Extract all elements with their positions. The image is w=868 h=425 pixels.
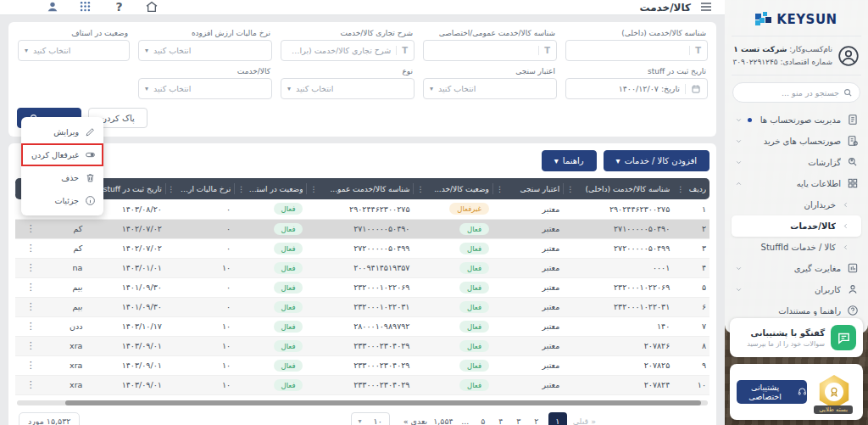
table-row[interactable]: ۱۲۹۰۲۴۴۶۲۳۰۰۲۷۵معتبرغیرفعال۲۹۰۲۴۴۶۲۳۰۰۲۷… [15,199,709,219]
chevron-down-icon: ▾ [430,85,433,92]
pagination-prev[interactable]: « قبلی [573,417,596,425]
sidebar: KEYSUN نام‌کسب‌وکار: شرکت تست ۱ شماره اق… [725,0,868,425]
column-menu-icon[interactable]: ⋮ [309,185,317,193]
scrollbar-thumb[interactable] [65,400,701,405]
filter-select-f-row2-2[interactable]: انتخاب کنید▾ [281,78,415,99]
filter-text-f-row1-2[interactable]: Tشرح تجاری کالا/خدمت (برای نمایش در صورت… [281,40,415,61]
table-row[interactable]: ۸۲۰۷۸۲۶معتبرفعال۲۳۳۰۰۰۲۳۰۴۰۲۹فعال۱۰۱۴۰۳/… [15,336,709,355]
sidebar-item-0[interactable]: مدیریت صورتحساب ها [732,109,861,131]
filter-select-f-row2-1[interactable]: انتخاب کنید▾ [423,78,557,99]
row-actions-icon[interactable]: ⋮ [15,238,47,258]
reports-icon [846,156,859,169]
column-header-4: شناسه کالا/خدمت عمو...⋮ [306,178,413,199]
business-name: نام‌کسب‌وکار: شرکت تست ۱ [732,43,832,56]
column-menu-icon[interactable]: ⋮ [496,185,504,193]
pagination-page-۳[interactable]: ۳ [513,417,525,425]
page-title: کالا/خدمت [639,2,691,14]
context-menu-edit[interactable]: ویرایش [21,120,103,143]
app-root: KEYSUN نام‌کسب‌وکار: شرکت تست ۱ شماره اق… [0,0,868,425]
support-title: گفتگو با پشتیبانی [747,328,825,338]
table-row[interactable]: ۱۰۲۰۷۸۲۴معتبرفعال۲۳۳۰۰۰۲۳۰۴۰۲۹فعال۱۰۱۴۰۳… [15,375,709,394]
pagination-page-۲[interactable]: ۲ [531,417,542,425]
support-chat-card[interactable]: گفتگو با پشتیبانی سوالات خود را از ما بپ… [730,318,863,357]
row-actions-icon[interactable]: ⋮ [15,355,47,375]
table-row[interactable]: ۶۲۳۲۰۰۰۱۰۲۲۰۳۱معتبرفعال۲۳۲۰۰۰۱۰۲۲۰۳۱فعال… [15,297,709,316]
table-row[interactable]: ۷۱۴۰معتبرفعال۲۸۰۰۰۱۰۹۸۹۷۹۲فعال۱۰۱۴۰۳/۱۰/… [15,316,709,336]
invoice-icon [846,114,859,126]
sidebar-item-8[interactable]: کاربران [732,279,861,300]
row-actions-icon[interactable]: ⋮ [15,277,47,297]
filter-date-f-row2-0[interactable]: تاریخ: ۱۴۰۰/۱۲/۰۷ [565,78,708,99]
user-icon[interactable] [46,0,60,14]
sidebar-item-6[interactable]: کالا / خدمات StuffId [732,237,861,258]
staff-status-badge: فعال [274,282,303,294]
gold-package-icon [817,375,851,409]
table-row[interactable]: ۲۲۷۱۰۰۰۰۰۵۰۴۹۰معتبرفعال۲۷۱۰۰۰۰۰۵۰۴۹۰فعال… [15,219,709,238]
chevron-down-icon: ▾ [287,85,291,92]
table-row[interactable]: ۵۲۳۲۰۰۰۱۰۲۲۰۶۹معتبرفعال۲۳۲۰۰۰۱۰۲۲۰۶۹فعال… [15,277,709,297]
add-goods-button[interactable]: افزودن کالا / خدمات▾ [604,150,709,171]
notification-dot [748,118,752,122]
dedicated-support-button[interactable]: پشتیبانی اختصاصی [737,380,807,404]
sidebar-item-4[interactable]: خریداران [732,194,861,215]
help-dropdown-button[interactable]: راهنما▾ [542,150,597,171]
sidebar-menu: مدیریت صورتحساب هاصورتحساب های خریدگزارش… [732,108,861,327]
pagination-page-...[interactable]: ... [459,417,471,425]
help-icon[interactable]: ? [112,0,126,14]
column-menu-icon[interactable]: ⋮ [237,185,245,193]
text-type-icon: T [689,46,701,55]
row-actions-icon[interactable]: ⋮ [15,375,47,394]
sidebar-item-7[interactable]: مغایرت گیری [732,258,861,279]
column-menu-icon[interactable]: ⋮ [169,185,175,193]
chevron-down-icon [734,159,743,167]
apps-grid-icon[interactable] [79,0,93,14]
sidebar-item-5[interactable]: کالا/خدمات [732,215,861,237]
text-type-icon: T [396,46,408,55]
table-row[interactable]: ۹۲۰۷۸۲۵معتبرفعال۲۳۳۰۰۰۲۳۰۴۰۲۹فعال۱۰۱۴۰۳/… [15,355,709,375]
staff-status-badge: فعال [274,243,303,254]
filter-text-f-row1-1[interactable]: T [423,40,557,61]
context-menu-delete[interactable]: حذف [21,166,103,189]
column-menu-icon[interactable]: ⋮ [566,185,574,193]
status-badge: فعال [459,340,489,352]
context-menu-details[interactable]: جزئیات [21,189,103,212]
hamburger-menu-icon[interactable] [698,0,713,14]
filter-select-f-row1-3[interactable]: انتخاب کنید▾ [138,40,272,61]
pagination-page-۱[interactable]: ۱ [548,412,567,425]
filters-panel: شناسه کالا/خدمت (داخلی) Tشناسه کالا/خدمت… [8,22,716,137]
context-menu-deactivate[interactable]: غیرفعال کردن [21,143,103,166]
row-actions-icon[interactable]: ⋮ [15,219,47,238]
horizontal-scrollbar[interactable] [17,400,708,405]
pagination-page-۵[interactable]: ۵ [477,417,489,425]
pagination-page-۴[interactable]: ۴ [495,417,507,425]
filter-select-f-row2-3[interactable]: انتخاب کنید▾ [138,78,272,99]
filter-select-f-row1-4[interactable]: انتخاب کنید▾ [18,40,130,61]
chevron-down-icon: ▾ [616,156,620,165]
row-actions-icon[interactable]: ⋮ [15,258,47,277]
row-actions-icon[interactable]: ⋮ [15,316,47,336]
column-menu-icon[interactable]: ⋮ [416,185,424,193]
menu-search-input[interactable]: جستجو در منو ... [732,82,860,103]
table-row[interactable]: ۳۲۷۲۰۰۰۰۰۵۰۴۹۹معتبرفعال۲۷۲۰۰۰۰۰۵۰۴۹۹فعال… [15,238,709,258]
table-footer: « قبلی۱۲۳۴۵...۱,۵۵۴بعدی » ۱۰ ▾ ۱۵,۵۳۲ مو… [15,412,709,425]
chevron-down-icon [734,286,743,294]
column-menu-icon[interactable]: ⋮ [676,185,684,193]
search-icon [843,88,853,98]
table-row[interactable]: ۴۰۰۰۱معتبرفعال۲۰۰۹۴۱۴۵۱۹۳۵۷فعال۱۰۱۴۰۳/۰۱… [15,258,709,277]
support-subtitle: سوالات خود را از ما بپرسید [747,340,825,348]
sidebar-item-3[interactable]: اطلاعات پایه [732,173,861,194]
row-actions-icon[interactable]: ⋮ [15,297,47,316]
sidebar-item-1[interactable]: صورتحساب های خرید [732,131,861,152]
premium-support-card: بسته طلایی پشتیبانی اختصاصی [730,364,863,420]
pagination-next[interactable]: بعدی » [403,417,427,425]
staff-status-badge: فعال [274,262,303,274]
sidebar-item-2[interactable]: گزارشات [732,152,861,173]
filter-text-f-row1-0[interactable]: T [565,40,708,61]
pagination-page-۱,۵۵۴[interactable]: ۱,۵۵۴ [433,417,453,425]
home-icon[interactable] [145,0,159,14]
page-size-select[interactable]: ۱۰ ▾ [351,412,390,425]
purchase-icon [846,135,859,148]
top-header: کالا/خدمت ? [0,0,725,15]
row-actions-icon[interactable]: ⋮ [15,336,47,355]
column-header-0: ردیف⋮ [673,178,709,199]
